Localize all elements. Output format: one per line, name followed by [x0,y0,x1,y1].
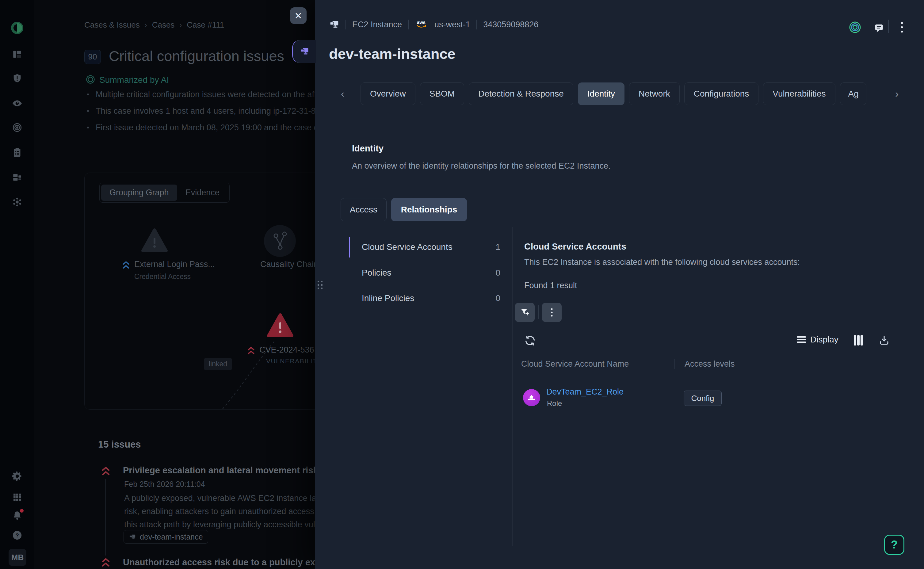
breadcrumb-separator: › [179,21,182,29]
svg-text:?: ? [15,532,19,539]
tab-overview[interactable]: Overview [360,82,415,105]
notification-bell-icon[interactable] [12,510,22,522]
display-label: Display [810,335,839,345]
tab-network[interactable]: Network [629,82,680,105]
severity-chevrons-icon [122,260,131,269]
section-description: An overview of the identity relationship… [352,161,610,171]
divider [476,20,477,29]
inventory-icon[interactable] [12,172,22,183]
list-content-divider [512,227,512,546]
help-button[interactable]: ? [884,535,904,555]
breadcrumb: Cases & Issues › Cases › Case #111 [84,20,224,30]
vulnerability-node[interactable] [266,312,294,339]
tab-agents-clipped[interactable]: Ag [840,82,866,105]
breadcrumb-cases[interactable]: Cases [152,20,175,30]
tab-vulnerabilities[interactable]: Vulnerabilities [763,82,835,105]
asset-tabs: Overview SBOM Detection & Response Ident… [360,82,866,105]
content-description: This EC2 Instance is associated with the… [524,257,800,267]
credential-access-node[interactable] [140,227,169,254]
eye-icon[interactable] [12,98,23,109]
issue-timestamp: Feb 25th 2026 20:11:04 [124,480,205,489]
account-name-link[interactable]: DevTeam_EC2_Role [546,387,623,397]
orca-logo[interactable] [11,21,24,34]
rel-count: 0 [495,294,500,303]
ai-assistant-icon[interactable] [849,21,862,34]
case-title: Critical configuration issues [109,47,284,64]
column-header-access-levels: Access levels [685,359,735,369]
tab-sbom[interactable]: SBOM [420,82,464,105]
display-button[interactable]: Display [797,335,839,345]
ai-bullet-text: First issue detected on March 08, 2025 1… [96,123,334,132]
app-grid-icon[interactable] [12,492,22,502]
rel-item-cloud-service-accounts[interactable]: Cloud Service Accounts 1 [347,234,500,260]
display-lines-icon [797,336,806,343]
tabs-scroll-right-icon[interactable]: › [895,88,898,99]
account-type: Role [547,399,562,408]
causality-chain-node[interactable] [263,224,297,258]
selected-indicator [349,237,350,257]
breadcrumb-case-111: Case #111 [187,20,224,30]
target-icon[interactable] [12,122,22,133]
rel-count: 0 [495,268,500,278]
ai-summary-bullets: Multiple critical configuration issues w… [87,90,341,140]
causality-chain-label: Causality Chain [260,260,318,269]
tabs-divider [330,122,916,122]
rel-item-inline-policies[interactable]: Inline Policies 0 [347,285,500,311]
bullet-dot [87,93,89,95]
monitor-icon [299,47,309,56]
section-heading: Identity [352,143,383,154]
ai-bullet-text: Multiple critical configuration issues w… [96,90,332,99]
asset-details-panel: EC2 Instance aws us-west-1 343059098826 … [315,0,924,569]
ai-summary-icon [86,75,95,84]
notification-dot [20,509,24,513]
breadcrumb-separator: › [145,21,147,29]
bullet-dot [87,126,89,128]
panel-drag-handle[interactable] [318,281,322,289]
region: us-west-1 [435,20,470,29]
tab-identity[interactable]: Identity [578,82,625,105]
close-panel-button[interactable]: ✕ [290,8,307,24]
tab-detection-response[interactable]: Detection & Response [469,82,573,105]
edge-label-linked: linked [204,358,232,370]
kebab-menu-icon [550,307,553,317]
severity-chevrons-icon [246,345,256,355]
grouping-graph-card: Grouping Graph Evidence External Login P… [84,173,350,409]
rel-item-policies[interactable]: Policies 0 [347,260,500,286]
help-circle-icon[interactable]: ? [12,530,22,540]
breadcrumb-cases-issues[interactable]: Cases & Issues [84,20,140,30]
asset-badge[interactable]: dev-team-instance [123,530,208,543]
subtab-relationships[interactable]: Relationships [391,198,467,221]
graph-edges [85,173,350,409]
tab-configurations[interactable]: Configurations [684,82,759,105]
ai-bullet-text: This case involves 1 host and 4 users, i… [96,106,341,116]
tabs-scroll-left-icon[interactable]: ‹ [341,88,344,99]
divider [345,20,346,29]
comment-icon[interactable] [874,23,884,33]
shield-alert-icon[interactable] [12,73,22,84]
more-actions-button[interactable] [542,303,562,322]
access-level-badge: Config [684,391,722,406]
monitor-icon [129,534,136,540]
aws-logo: aws [415,19,428,30]
divider [675,359,675,369]
asset-chat-tab[interactable] [292,40,316,63]
panel-header: EC2 Instance aws us-west-1 343059098826 [329,19,538,30]
clipboard-icon[interactable] [12,147,22,158]
severity-chevrons-icon [100,466,111,476]
divider [538,305,539,319]
user-avatar[interactable]: MB [9,549,26,566]
add-filter-button[interactable] [515,303,535,322]
app-sidebar: ? MB [0,0,34,569]
dashboard-icon[interactable] [12,49,22,59]
kebab-menu-icon[interactable] [900,21,904,34]
columns-icon[interactable] [853,335,863,346]
issues-heading: 15 issues [98,439,141,450]
cluster-icon[interactable] [12,196,23,208]
download-icon[interactable] [878,335,890,346]
column-header-account-name: Cloud Service Account Name [521,359,629,369]
content-heading: Cloud Service Accounts [524,242,626,252]
subtab-access[interactable]: Access [340,198,387,221]
role-avatar [523,389,540,406]
settings-gear-icon[interactable] [12,470,23,482]
refresh-icon[interactable] [524,335,536,347]
